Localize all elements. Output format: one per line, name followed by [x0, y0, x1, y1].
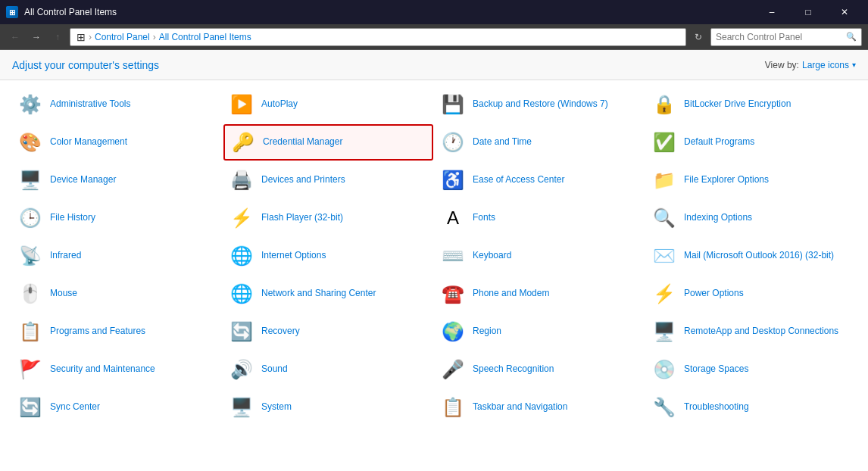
recovery-icon: 🔄 [229, 320, 254, 344]
default-programs-label: Default Programs [684, 136, 754, 148]
control-item-sound[interactable]: 🔊 Sound [223, 351, 433, 388]
programs-features-label: Programs and Features [50, 326, 145, 338]
control-item-mail[interactable]: ✉️ Mail (Microsoft Outlook 2016) (32-bit… [646, 238, 856, 274]
power-options-label: Power Options [684, 288, 744, 300]
taskbar-navigation-icon: 📋 [441, 395, 465, 420]
control-item-system[interactable]: 🖥️ System [223, 389, 433, 426]
date-time-label: Date and Time [473, 136, 532, 148]
control-item-recovery[interactable]: 🔄 Recovery [223, 313, 433, 350]
items-grid-wrapper: ⚙️ Administrative Tools ▶️ AutoPlay 💾 Ba… [0, 80, 868, 471]
control-item-troubleshooting[interactable]: 🔧 Troubleshooting [646, 389, 856, 426]
color-management-label: Color Management [50, 136, 127, 148]
control-item-default-programs[interactable]: ✅ Default Programs [646, 124, 856, 161]
search-input[interactable] [716, 32, 843, 42]
title-bar: ⊞ All Control Panel Items – □ ✕ [0, 0, 868, 24]
control-item-backup-restore[interactable]: 💾 Backup and Restore (Windows 7) [435, 86, 645, 123]
file-history-icon: 🕒 [18, 206, 42, 230]
search-box[interactable]: 🔍 [710, 28, 862, 46]
control-item-security-maintenance[interactable]: 🚩 Security and Maintenance [12, 351, 222, 388]
infrared-icon: 📡 [18, 244, 42, 268]
top-bar: Adjust your computer's settings View by:… [0, 50, 868, 80]
autoplay-label: AutoPlay [261, 98, 298, 111]
control-item-remoteapp[interactable]: 🖥️ RemoteApp and Desktop Connections [646, 313, 856, 350]
sync-center-label: Sync Center [50, 401, 100, 413]
close-button[interactable]: ✕ [827, 0, 862, 24]
search-icon: 🔍 [846, 32, 857, 42]
control-item-administrative-tools[interactable]: ⚙️ Administrative Tools [12, 86, 222, 123]
control-item-network-sharing[interactable]: 🌐 Network and Sharing Center [223, 276, 433, 312]
app-icon: ⊞ [6, 6, 18, 18]
date-time-icon: 🕐 [441, 130, 465, 154]
remoteapp-icon: 🖥️ [652, 320, 676, 344]
address-bar: ← → ↑ ⊞ › Control Panel › All Control Pa… [0, 24, 868, 50]
devices-printers-icon: 🖨️ [229, 168, 254, 192]
mouse-label: Mouse [50, 288, 77, 300]
file-explorer-options-icon: 📁 [652, 168, 676, 192]
refresh-button[interactable]: ↻ [689, 28, 707, 46]
control-item-devices-printers[interactable]: 🖨️ Devices and Printers [223, 162, 433, 198]
autoplay-icon: ▶️ [229, 92, 254, 117]
credential-manager-icon: 🔑 [231, 130, 255, 154]
control-item-credential-manager[interactable]: 🔑 Credential Manager [223, 124, 433, 161]
control-item-internet-options[interactable]: 🌐 Internet Options [223, 238, 433, 274]
indexing-options-icon: 🔍 [652, 206, 676, 230]
phone-modem-icon: ☎️ [441, 282, 465, 306]
flash-player-label: Flash Player (32-bit) [261, 212, 343, 224]
phone-modem-label: Phone and Modem [473, 288, 549, 300]
system-icon: 🖥️ [229, 395, 254, 420]
window-title: All Control Panel Items [24, 7, 754, 17]
control-item-file-history[interactable]: 🕒 File History [12, 200, 222, 236]
mail-icon: ✉️ [652, 244, 676, 268]
fonts-icon: A [441, 206, 465, 230]
minimize-button[interactable]: – [754, 0, 789, 24]
control-item-autoplay[interactable]: ▶️ AutoPlay [223, 86, 433, 123]
control-item-mouse[interactable]: 🖱️ Mouse [12, 276, 222, 312]
security-maintenance-icon: 🚩 [18, 357, 42, 382]
maximize-button[interactable]: □ [791, 0, 826, 24]
mail-label: Mail (Microsoft Outlook 2016) (32-bit) [684, 250, 834, 262]
network-sharing-icon: 🌐 [229, 282, 254, 306]
path-control-panel[interactable]: Control Panel [95, 32, 150, 42]
window-controls: – □ ✕ [754, 0, 862, 24]
backup-restore-icon: 💾 [441, 92, 465, 117]
control-item-ease-access[interactable]: ♿ Ease of Access Center [435, 162, 645, 198]
ease-access-icon: ♿ [441, 168, 465, 192]
administrative-tools-icon: ⚙️ [18, 92, 42, 117]
control-item-color-management[interactable]: 🎨 Color Management [12, 124, 222, 161]
control-item-infrared[interactable]: 📡 Infrared [12, 238, 222, 274]
control-item-region[interactable]: 🌍 Region [435, 313, 645, 350]
control-item-sync-center[interactable]: 🔄 Sync Center [12, 389, 222, 426]
control-item-date-time[interactable]: 🕐 Date and Time [435, 124, 645, 161]
view-by-label: View by: [765, 60, 799, 70]
region-icon: 🌍 [441, 320, 465, 344]
mouse-icon: 🖱️ [18, 282, 42, 306]
address-path[interactable]: ⊞ › Control Panel › All Control Panel It… [70, 28, 686, 46]
control-item-fonts[interactable]: A Fonts [435, 200, 645, 236]
control-item-programs-features[interactable]: 📋 Programs and Features [12, 313, 222, 350]
control-item-speech-recognition[interactable]: 🎤 Speech Recognition [435, 351, 645, 388]
path-all-items[interactable]: All Control Panel Items [159, 32, 251, 42]
control-item-phone-modem[interactable]: ☎️ Phone and Modem [435, 276, 645, 312]
up-button[interactable]: ↑ [48, 28, 67, 46]
back-button[interactable]: ← [6, 28, 24, 46]
device-manager-label: Device Manager [50, 174, 116, 186]
control-item-indexing-options[interactable]: 🔍 Indexing Options [646, 200, 856, 236]
control-item-storage-spaces[interactable]: 💿 Storage Spaces [646, 351, 856, 388]
control-item-flash-player[interactable]: ⚡ Flash Player (32-bit) [223, 200, 433, 236]
region-label: Region [473, 326, 501, 338]
control-item-file-explorer-options[interactable]: 📁 File Explorer Options [646, 162, 856, 198]
remoteapp-label: RemoteApp and Desktop Connections [684, 326, 838, 338]
control-item-bitlocker[interactable]: 🔒 BitLocker Drive Encryption [646, 86, 856, 123]
control-item-device-manager[interactable]: 🖥️ Device Manager [12, 162, 222, 198]
system-label: System [261, 401, 292, 413]
forward-button[interactable]: → [27, 28, 45, 46]
adjust-title: Adjust your computer's settings [12, 59, 765, 71]
view-by-value[interactable]: Large icons [802, 60, 849, 70]
storage-spaces-icon: 💿 [652, 357, 676, 382]
control-item-taskbar-navigation[interactable]: 📋 Taskbar and Navigation [435, 389, 645, 426]
administrative-tools-label: Administrative Tools [50, 98, 131, 111]
sound-label: Sound [261, 363, 288, 376]
file-explorer-options-label: File Explorer Options [684, 174, 769, 186]
control-item-keyboard[interactable]: ⌨️ Keyboard [435, 238, 645, 274]
control-item-power-options[interactable]: ⚡ Power Options [646, 276, 856, 312]
